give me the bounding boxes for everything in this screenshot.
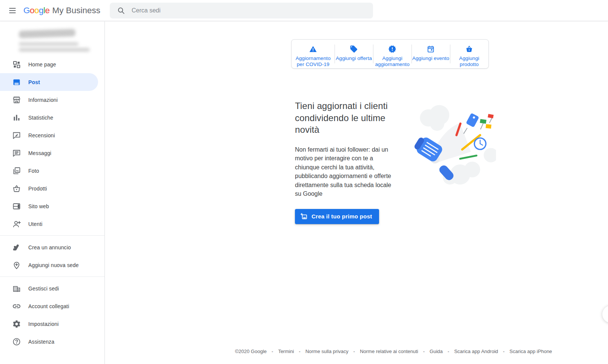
footer-link-iphone-app[interactable]: Scarica app iPhone (510, 349, 552, 354)
sidebar-item-label: Sito web (28, 203, 49, 209)
person-add-icon (12, 220, 21, 229)
sidebar-item-settings[interactable]: Impostazioni (0, 315, 104, 333)
footer-link-android-app[interactable]: Scarica app Android (454, 349, 498, 354)
sidebar-item-home[interactable]: Home page (0, 55, 104, 73)
action-add-event[interactable]: Aggiungi evento (411, 40, 450, 68)
copyright: ©2020 Google (235, 349, 267, 354)
calendar-icon (427, 45, 435, 53)
sidebar-item-label: Statistiche (28, 115, 53, 121)
action-label: Aggiungi offerta (336, 55, 372, 61)
sidebar-item-label: Prodotti (28, 186, 47, 192)
photo-library-icon (12, 166, 21, 175)
search-bar[interactable] (110, 3, 373, 18)
action-add-offer[interactable]: Aggiungi offerta (335, 40, 373, 68)
link-icon (12, 302, 21, 311)
sidebar-item-website[interactable]: Sito web (0, 197, 104, 215)
action-add-product[interactable]: Aggiungi prodotto (450, 40, 488, 68)
add-post-icon (300, 212, 308, 220)
offer-tag-icon (350, 45, 358, 53)
hamburger-menu-icon[interactable] (8, 6, 17, 15)
sidebar-item-label: Gestisci sedi (28, 286, 59, 292)
post-actions-bar: Aggiornamento per COVID-19 Aggiungi offe… (291, 39, 489, 69)
google-logo: Google (23, 6, 50, 15)
sidebar-item-label: Informazioni (28, 97, 58, 103)
hero-description: Non fermarti ai tuoi follower: dai un mo… (295, 145, 392, 198)
action-label: Aggiungi prodotto (450, 55, 488, 68)
footer: ©2020 Google - Termini - Norme sulla pri… (235, 349, 552, 354)
page-title: Tieni aggiornati i clienti condividendo … (295, 100, 392, 136)
sidebar-item-label: Impostazioni (28, 321, 58, 327)
sidebar-item-label: Post (28, 79, 40, 85)
sidebar-item-products[interactable]: Prodotti (0, 180, 104, 197)
create-first-post-button[interactable]: Crea il tuo primo post (295, 209, 379, 224)
bar-chart-icon (12, 113, 21, 122)
add-location-icon (12, 261, 21, 270)
footer-link-help[interactable]: Guida (430, 349, 443, 354)
sidebar-item-label: Assistenza (28, 339, 54, 345)
action-add-update[interactable]: Aggiungi aggiornamento (373, 40, 411, 68)
post-icon (12, 78, 21, 87)
sidebar-item-label: Foto (28, 168, 39, 174)
sidebar-item-add-location[interactable]: Aggiungi nuova sede (0, 256, 104, 274)
building-icon (12, 284, 21, 293)
web-icon (12, 202, 21, 211)
basket-icon (12, 184, 21, 193)
google-ads-icon (12, 243, 21, 252)
sidebar-item-create-ad[interactable]: Crea un annuncio (0, 238, 104, 256)
action-covid-update[interactable]: Aggiornamento per COVID-19 (292, 40, 335, 68)
sidebar-item-manage-locations[interactable]: Gestisci sedi (0, 280, 104, 297)
footer-link-content-policy[interactable]: Norme relative ai contenuti (360, 349, 418, 354)
sidebar-nav: Home page Post Informazioni Statistiche … (0, 22, 105, 364)
business-info-redacted (0, 22, 104, 55)
rate-review-icon (12, 131, 21, 140)
sidebar-item-photos[interactable]: Foto (0, 162, 104, 180)
new-release-icon (388, 45, 396, 53)
app-logo[interactable]: Google My Business (23, 6, 100, 15)
dashboard-icon (12, 60, 21, 69)
chat-icon (12, 149, 21, 158)
footer-link-privacy[interactable]: Norme sulla privacy (306, 349, 349, 354)
sidebar-item-label: Aggiungi nuova sede (28, 262, 79, 268)
warning-icon (309, 45, 317, 53)
megaphone-illustration (406, 101, 496, 187)
sidebar-item-post[interactable]: Post (0, 73, 98, 91)
gear-icon (12, 319, 21, 329)
empty-state-hero: Tieni aggiornati i clienti condividendo … (295, 100, 506, 224)
footer-link-terms[interactable]: Termini (278, 349, 294, 354)
basket-icon (465, 45, 473, 53)
sidebar-item-label: Messaggi (28, 150, 51, 156)
storefront-icon (12, 95, 21, 104)
action-label: Aggiornamento per COVID-19 (292, 55, 335, 68)
help-icon (12, 337, 21, 346)
redacted-business-line (19, 42, 78, 46)
action-label: Aggiungi evento (412, 55, 449, 61)
sidebar-item-label: Recensioni (28, 132, 55, 138)
sidebar-item-label: Account collegati (28, 303, 69, 309)
sidebar-item-messages[interactable]: Messaggi (0, 144, 104, 162)
app-header: Google My Business (0, 0, 608, 21)
sidebar-item-reviews[interactable]: Recensioni (0, 126, 104, 144)
main-content: Aggiornamento per COVID-19 Aggiungi offe… (105, 22, 608, 364)
product-name: My Business (52, 6, 101, 15)
sidebar-item-label: Utenti (28, 221, 42, 227)
redacted-business-name (19, 29, 76, 38)
sidebar-item-label: Home page (28, 61, 56, 68)
sidebar-divider (0, 235, 104, 236)
sidebar-item-stats[interactable]: Statistiche (0, 109, 104, 126)
search-input[interactable] (131, 2, 373, 19)
sidebar-item-linked-accounts[interactable]: Account collegati (0, 297, 104, 315)
sidebar-divider (0, 276, 104, 277)
action-label: Aggiungi aggiornamento (373, 55, 411, 68)
redacted-business-address (19, 48, 90, 52)
cta-label: Crea il tuo primo post (312, 213, 372, 220)
sidebar-item-users[interactable]: Utenti (0, 215, 104, 233)
sidebar-item-support[interactable]: Assistenza (0, 333, 104, 350)
search-icon (117, 6, 125, 15)
sidebar-item-label: Crea un annuncio (28, 244, 71, 250)
sidebar-item-info[interactable]: Informazioni (0, 91, 104, 109)
